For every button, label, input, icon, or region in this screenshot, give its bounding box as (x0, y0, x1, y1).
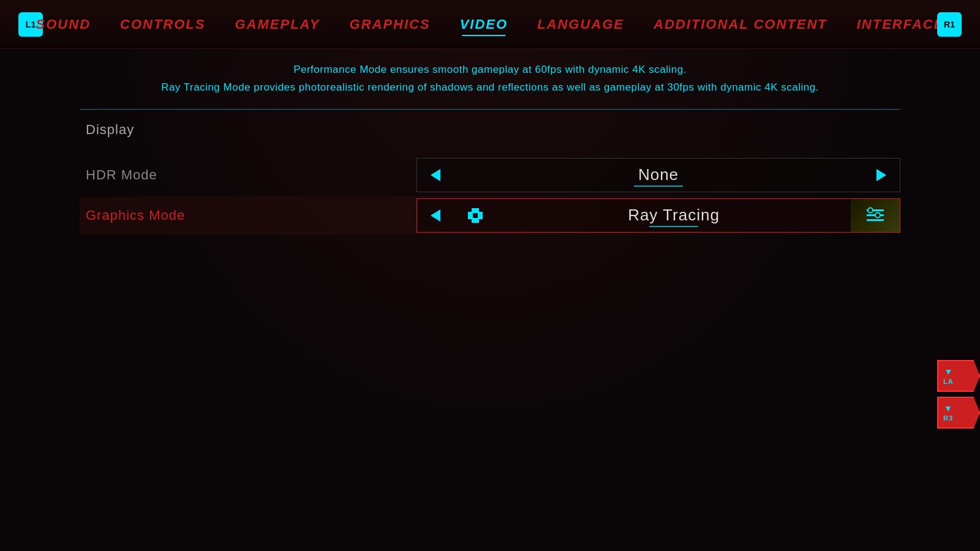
graphics-mode-control[interactable]: Ray Tracing (417, 198, 900, 233)
arrow-right-icon (876, 169, 886, 181)
hdr-mode-value: None (454, 165, 863, 184)
hdr-mode-row[interactable]: HDR Mode None (80, 156, 900, 194)
description-line1: Performance Mode ensures smooth gameplay… (49, 61, 931, 79)
nav-item-sound[interactable]: SOUND (24, 10, 103, 39)
graphics-mode-label: Graphics Mode (80, 208, 417, 223)
description-line2: Ray Tracing Mode provides photorealistic… (49, 79, 931, 97)
hdr-mode-prev-button[interactable] (417, 159, 454, 192)
options-icon-right (851, 199, 900, 232)
arrow-left-icon (431, 169, 440, 181)
nav-item-video[interactable]: VIDEO (448, 10, 520, 39)
corner-decoration (851, 199, 900, 232)
svg-point-7 (868, 208, 873, 212)
content-area: Display HDR Mode None Graphics Mode (0, 109, 980, 234)
la-badge[interactable]: ▼ LA (937, 360, 980, 392)
right-badges: ▼ LA ▼ R3 (937, 360, 980, 429)
hdr-mode-label: HDR Mode (80, 167, 417, 183)
arrow-left-icon-2 (431, 209, 440, 222)
r3-arrow-icon: ▼ (944, 403, 952, 413)
r3-badge[interactable]: ▼ R3 (937, 397, 980, 429)
nav-item-additional-content[interactable]: ADDITIONAL CONTENT (641, 10, 840, 39)
la-badge-label: LA (943, 378, 954, 385)
nav-item-language[interactable]: LANGUAGE (525, 10, 636, 39)
r1-badge[interactable]: R1 (937, 12, 962, 37)
svg-rect-2 (468, 212, 473, 219)
settings-list: HDR Mode None Graphics Mode (80, 156, 900, 234)
r3-badge-label: R3 (943, 414, 953, 422)
hdr-mode-next-button[interactable] (863, 159, 900, 192)
nav-item-gameplay[interactable]: GAMEPLAY (222, 10, 332, 39)
hdr-mode-control[interactable]: None (417, 158, 900, 192)
graphics-mode-prev-button[interactable] (417, 199, 454, 232)
nav-bar: L1 SOUND CONTROLS GAMEPLAY GRAPHICS VIDE… (0, 0, 980, 49)
description-area: Performance Mode ensures smooth gameplay… (0, 49, 980, 103)
svg-rect-3 (478, 212, 483, 219)
svg-rect-6 (867, 219, 884, 221)
section-divider (80, 109, 900, 110)
graphics-mode-value: Ray Tracing (497, 206, 851, 225)
dpad-icon-left (454, 199, 497, 232)
section-title: Display (80, 122, 900, 138)
r3-badge-inner: ▼ R3 (943, 403, 953, 422)
nav-item-graphics[interactable]: GRAPHICS (337, 10, 443, 39)
svg-point-8 (875, 212, 880, 217)
graphics-mode-row[interactable]: Graphics Mode Ray Tracing (80, 197, 900, 234)
nav-item-controls[interactable]: CONTROLS (108, 10, 217, 39)
la-badge-inner: ▼ LA (943, 367, 954, 385)
la-arrow-icon: ▼ (944, 367, 952, 377)
nav-items: SOUND CONTROLS GAMEPLAY GRAPHICS VIDEO L… (24, 10, 957, 39)
